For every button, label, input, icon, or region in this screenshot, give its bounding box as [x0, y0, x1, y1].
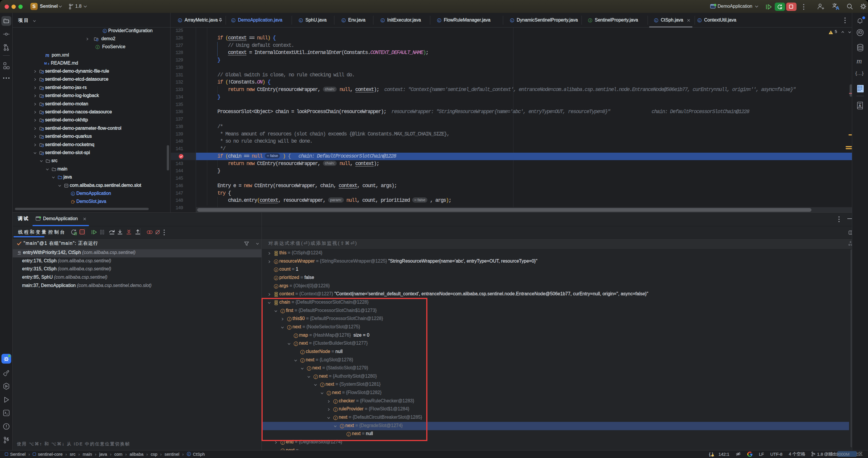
svg-text:M: M	[44, 62, 47, 65]
svg-text:A: A	[859, 104, 861, 107]
svg-text:A: A	[836, 5, 839, 10]
